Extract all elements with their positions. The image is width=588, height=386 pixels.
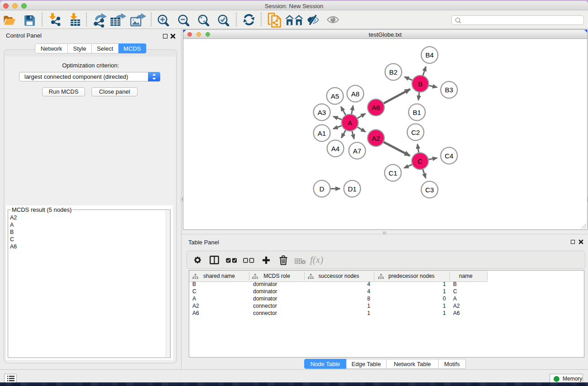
svg-text:A5: A5 <box>331 92 339 100</box>
svg-text:B: B <box>418 80 422 88</box>
svg-text:D: D <box>320 185 325 193</box>
svg-text:A1: A1 <box>318 129 326 137</box>
svg-text:A8: A8 <box>351 90 359 98</box>
svg-text:B3: B3 <box>445 86 453 94</box>
svg-text:A6: A6 <box>372 104 380 111</box>
svg-text:B2: B2 <box>389 68 397 76</box>
svg-text:A7: A7 <box>353 147 361 155</box>
svg-text:C: C <box>418 157 423 165</box>
svg-text:A3: A3 <box>318 109 326 116</box>
svg-text:B1: B1 <box>413 109 421 116</box>
svg-text:B4: B4 <box>425 51 434 59</box>
svg-text:C3: C3 <box>425 186 434 194</box>
svg-text:D1: D1 <box>348 185 356 193</box>
svg-text:C1: C1 <box>388 169 397 177</box>
svg-text:C2: C2 <box>411 129 420 136</box>
svg-text:A2: A2 <box>372 134 380 142</box>
svg-text:A: A <box>348 119 352 127</box>
svg-text:A4: A4 <box>331 145 339 152</box>
svg-text:C4: C4 <box>445 152 453 160</box>
